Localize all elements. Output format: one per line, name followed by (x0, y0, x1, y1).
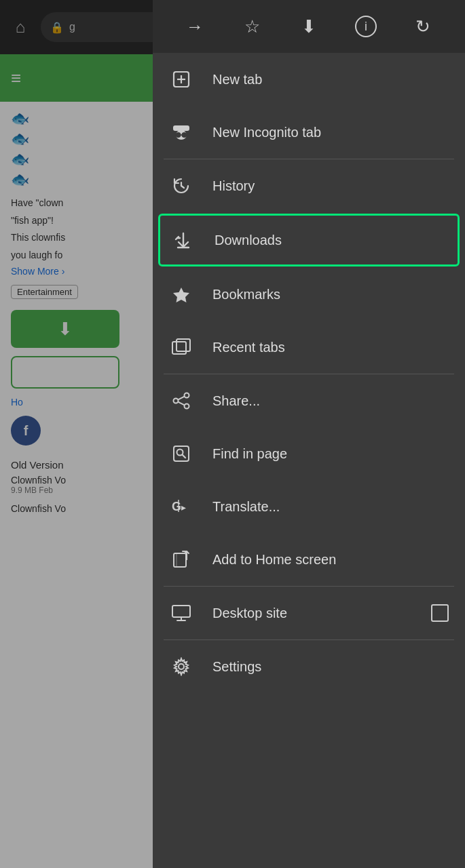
forward-icon: → (186, 16, 204, 37)
incognito-icon (169, 120, 193, 144)
svg-line-17 (178, 397, 184, 400)
svg-point-6 (182, 132, 187, 138)
checkbox-outline (431, 604, 449, 622)
history-label: History (212, 178, 255, 194)
find-label: Find in page (212, 446, 287, 462)
menu-item-add-home[interactable]: Add to Home screen (153, 533, 465, 586)
menu-item-downloads[interactable]: Downloads (158, 214, 460, 267)
desktop-site-label: Desktop site (212, 606, 287, 621)
add-home-label: Add to Home screen (212, 552, 336, 568)
menu-item-settings[interactable]: Settings (153, 640, 465, 693)
new-tab-icon (169, 67, 193, 92)
menu-item-history[interactable]: History (153, 159, 465, 212)
svg-line-21 (183, 455, 186, 458)
desktop-icon (169, 601, 193, 625)
svg-marker-11 (173, 288, 189, 302)
menu-item-incognito[interactable]: New Incognito tab (153, 106, 465, 159)
reload-icon: ↻ (415, 16, 430, 37)
share-label: Share... (212, 393, 260, 409)
svg-point-16 (185, 404, 189, 409)
settings-label: Settings (212, 659, 261, 675)
svg-rect-3 (173, 125, 189, 131)
bookmarks-icon (169, 282, 193, 307)
translate-label: Translate... (212, 499, 280, 515)
svg-text:G: G (172, 500, 181, 513)
svg-rect-13 (176, 339, 190, 351)
menu-forward-button[interactable]: → (178, 9, 212, 43)
menu-item-translate[interactable]: G ▸ Translate... (153, 480, 465, 533)
svg-text:▸: ▸ (181, 502, 186, 513)
menu-download-button[interactable]: ⬇ (292, 9, 326, 43)
find-icon (169, 441, 193, 466)
new-tab-label: New tab (212, 72, 262, 87)
downloads-icon (171, 228, 196, 252)
incognito-label: New Incognito tab (212, 125, 321, 140)
svg-point-15 (174, 399, 179, 403)
svg-line-18 (178, 402, 184, 406)
menu-item-share[interactable]: Share... (153, 374, 465, 427)
menu-item-bookmarks[interactable]: Bookmarks (153, 268, 465, 321)
share-icon (169, 389, 193, 413)
menu-top-bar: → ☆ ⬇ i ↻ (153, 0, 465, 53)
download-icon: ⬇ (301, 16, 316, 37)
downloads-label: Downloads (215, 233, 282, 248)
svg-point-31 (179, 664, 184, 669)
menu-item-find[interactable]: Find in page (153, 427, 465, 480)
menu-item-new-tab[interactable]: New tab (153, 53, 465, 106)
svg-point-5 (176, 132, 181, 138)
svg-rect-28 (172, 606, 190, 617)
browser-context-menu: → ☆ ⬇ i ↻ New tab (153, 0, 465, 868)
desktop-site-checkbox[interactable] (431, 604, 449, 622)
svg-point-14 (185, 393, 189, 398)
menu-info-button[interactable]: i (349, 9, 383, 43)
svg-rect-12 (172, 342, 186, 354)
svg-rect-19 (174, 446, 189, 461)
settings-icon (169, 654, 193, 679)
menu-item-desktop-site[interactable]: Desktop site (153, 587, 465, 639)
menu-reload-button[interactable]: ↻ (406, 9, 440, 43)
menu-item-recent-tabs[interactable]: Recent tabs (153, 321, 465, 374)
svg-line-9 (181, 186, 184, 188)
svg-rect-25 (174, 553, 186, 567)
recent-tabs-icon (169, 335, 193, 359)
recent-tabs-label: Recent tabs (212, 340, 285, 355)
star-icon: ☆ (244, 16, 260, 37)
bookmarks-label: Bookmarks (212, 287, 280, 302)
menu-bookmark-button[interactable]: ☆ (235, 9, 269, 43)
translate-icon: G ▸ (169, 494, 193, 519)
history-icon (169, 174, 193, 198)
add-home-icon (169, 547, 193, 572)
info-icon: i (355, 16, 377, 37)
